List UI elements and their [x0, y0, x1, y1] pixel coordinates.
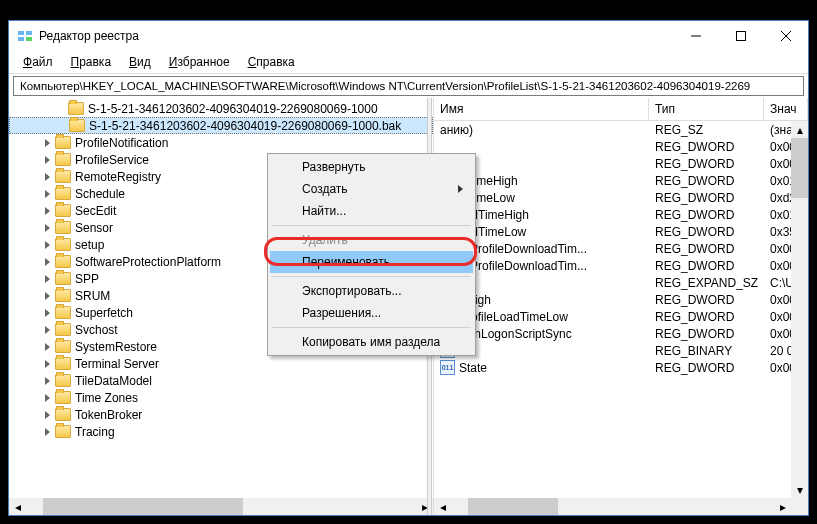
maximize-button[interactable] [718, 21, 763, 51]
ctx-export[interactable]: Экспортировать... [270, 280, 473, 302]
ctx-permissions[interactable]: Разрешения... [270, 302, 473, 324]
svg-rect-3 [26, 37, 32, 41]
minimize-button[interactable] [673, 21, 718, 51]
expand-toggle[interactable] [42, 137, 53, 148]
horizontal-scrollbar[interactable]: ◂ ▸ [434, 498, 791, 515]
ctx-new[interactable]: Создать [270, 178, 473, 200]
expand-toggle[interactable] [42, 426, 53, 437]
ctx-rename[interactable]: Переименовать [270, 251, 473, 273]
value-row[interactable]: nptedProfileDownloadTim...REG_DWORD0x000 [434, 240, 808, 257]
ctx-delete[interactable]: Удалить [270, 229, 473, 251]
values-list: Имя Тип Знач анию)REG_SZ(значREG_DWORD0x… [434, 98, 808, 515]
folder-icon [55, 170, 71, 183]
folder-icon [55, 323, 71, 336]
expand-toggle[interactable] [42, 256, 53, 267]
list-header: Имя Тип Знач [434, 98, 808, 121]
menu-favorites[interactable]: Избранное [161, 53, 238, 71]
folder-icon [55, 289, 71, 302]
menu-file[interactable]: Файл [15, 53, 61, 71]
window-title: Редактор реестра [39, 29, 673, 43]
value-row[interactable]: REG_DWORD0x000 [434, 138, 808, 155]
tree-node[interactable]: Tracing [9, 423, 433, 440]
svg-rect-0 [18, 31, 24, 35]
expand-toggle[interactable] [42, 358, 53, 369]
svg-rect-2 [18, 37, 24, 41]
tree-node-sid-selected[interactable]: S-1-5-21-3461203602-4096304019-226908006… [9, 117, 433, 134]
folder-icon [55, 391, 71, 404]
folder-icon [55, 204, 71, 217]
expand-toggle[interactable] [42, 239, 53, 250]
tree-node[interactable]: Time Zones [9, 389, 433, 406]
value-row[interactable]: LoadTimeLowREG_DWORD0xd2a [434, 189, 808, 206]
expand-toggle[interactable] [42, 341, 53, 352]
tree-node[interactable]: TileDataModel [9, 372, 433, 389]
expand-toggle[interactable] [42, 375, 53, 386]
titlebar: Редактор реестра [9, 21, 808, 51]
folder-icon [55, 238, 71, 251]
tree-node[interactable]: ProfileNotification [9, 134, 433, 151]
ctx-copy-key-name[interactable]: Копировать имя раздела [270, 331, 473, 353]
tree-node[interactable]: Terminal Server [9, 355, 433, 372]
expand-toggle[interactable] [42, 171, 53, 182]
expand-toggle[interactable] [42, 290, 53, 301]
value-row[interactable]: анию)REG_SZ(знач [434, 121, 808, 138]
expand-toggle[interactable] [42, 222, 53, 233]
scroll-left-button[interactable]: ◂ [9, 498, 26, 515]
value-row[interactable]: UnloadTimeLowREG_DWORD0x35b [434, 223, 808, 240]
menu-edit[interactable]: Правка [63, 53, 120, 71]
scroll-right-button[interactable]: ▸ [774, 498, 791, 515]
expand-toggle[interactable] [42, 307, 53, 318]
column-data[interactable]: Знач [764, 98, 808, 120]
value-row[interactable]: 011ProfileLoadTimeLowREG_DWORD0x000 [434, 308, 808, 325]
ctx-separator [272, 276, 471, 277]
folder-icon [69, 119, 85, 132]
value-row[interactable]: ePathREG_EXPAND_SZC:\Us [434, 274, 808, 291]
expand-toggle[interactable] [42, 392, 53, 403]
scroll-up-button[interactable]: ▴ [791, 121, 808, 138]
value-icon: 011 [440, 360, 455, 375]
expand-toggle[interactable] [42, 205, 53, 216]
list-body[interactable]: анию)REG_SZ(значREG_DWORD0x000REG_DWORD0… [434, 121, 808, 515]
column-name[interactable]: Имя [434, 98, 649, 120]
ctx-separator [272, 327, 471, 328]
scroll-thumb[interactable] [791, 138, 808, 198]
address-bar[interactable]: Компьютер\HKEY_LOCAL_MACHINE\SOFTWARE\Mi… [13, 76, 804, 96]
folder-icon [55, 136, 71, 149]
scroll-down-button[interactable]: ▾ [791, 481, 808, 498]
menu-view[interactable]: Вид [121, 53, 159, 71]
value-row[interactable]: 011RunLogonScriptSyncREG_DWORD0x000 [434, 325, 808, 342]
scroll-thumb[interactable] [43, 498, 243, 515]
value-row[interactable]: LoadTimeHighREG_DWORD0x01d [434, 172, 808, 189]
folder-icon [55, 255, 71, 268]
expand-toggle[interactable] [42, 409, 53, 420]
svg-rect-5 [736, 32, 745, 41]
expand-toggle[interactable] [42, 188, 53, 199]
folder-icon [55, 357, 71, 370]
value-row[interactable]: REG_DWORD0x000 [434, 155, 808, 172]
folder-icon [55, 221, 71, 234]
menu-help[interactable]: Справка [240, 53, 303, 71]
scrollbar-corner [791, 498, 808, 515]
tree-horizontal-scrollbar[interactable]: ◂ ▸ [9, 498, 433, 515]
vertical-scrollbar[interactable]: ▴ ▾ [791, 121, 808, 498]
value-row[interactable]: 011SidREG_BINARY20 08 [434, 342, 808, 359]
value-row[interactable]: TimeHighREG_DWORD0x000 [434, 291, 808, 308]
expand-toggle[interactable] [42, 324, 53, 335]
folder-icon [55, 340, 71, 353]
value-row[interactable]: nptedProfileDownloadTim...REG_DWORD0x000 [434, 257, 808, 274]
folder-icon [55, 187, 71, 200]
close-button[interactable] [763, 21, 808, 51]
value-row[interactable]: 011StateREG_DWORD0x000 [434, 359, 808, 376]
column-type[interactable]: Тип [649, 98, 764, 120]
scroll-left-button[interactable]: ◂ [434, 498, 451, 515]
ctx-find[interactable]: Найти... [270, 200, 473, 222]
scroll-thumb[interactable] [468, 498, 558, 515]
folder-icon [55, 374, 71, 387]
tree-node[interactable]: TokenBroker [9, 406, 433, 423]
expand-toggle[interactable] [42, 273, 53, 284]
tree-node-sid[interactable]: S-1-5-21-3461203602-4096304019-226908006… [9, 100, 433, 117]
value-row[interactable]: UnloadTimeHighREG_DWORD0x01d [434, 206, 808, 223]
expand-toggle[interactable] [42, 154, 53, 165]
ctx-expand[interactable]: Развернуть [270, 156, 473, 178]
context-menu: Развернуть Создать Найти... Удалить Пере… [267, 153, 476, 356]
